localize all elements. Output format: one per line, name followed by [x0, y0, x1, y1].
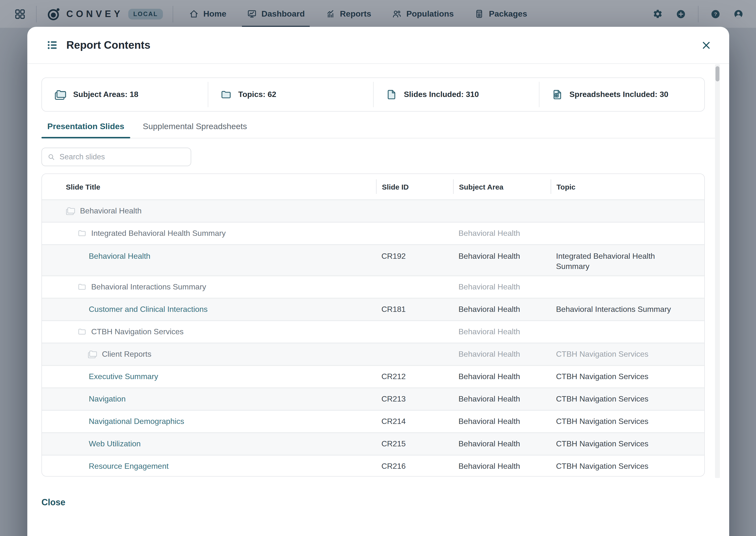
tab-label: Supplemental Spreadsheets	[143, 122, 247, 131]
report-contents-modal: Report Contents Subject Areas: 18Topics:…	[27, 27, 729, 536]
column-header-slide-id: Slide ID	[376, 179, 453, 194]
slide-title-link[interactable]: Navigation	[89, 394, 126, 404]
group-title: CTBH Navigation Services	[91, 327, 184, 337]
slide-title-link[interactable]: Navigational Demographics	[89, 417, 184, 427]
tab-label: Presentation Slides	[47, 122, 125, 131]
folder-icon	[78, 283, 87, 292]
column-header-topic: Topic	[551, 179, 705, 194]
folders-icon	[88, 350, 97, 359]
slides-table: Slide Title Slide ID Subject Area Topic …	[42, 174, 705, 477]
topic-cell: Behavioral Interactions Summary	[551, 304, 705, 315]
table-row: CTBH Navigation ServicesBehavioral Healt…	[42, 320, 704, 343]
table-row: Customer and Clinical InteractionsCR181B…	[42, 298, 704, 320]
slide-title-link[interactable]: Executive Summary	[89, 372, 158, 382]
topics-icon	[220, 89, 232, 100]
report-stat: Slides Included: 310	[373, 78, 539, 111]
spreadsheets-icon	[551, 89, 563, 100]
slide-title-link[interactable]: Customer and Clinical Interactions	[89, 304, 207, 315]
stat-text: Subject Areas: 18	[73, 90, 138, 99]
table-body: Behavioral HealthIntegrated Behavioral H…	[42, 199, 704, 477]
slide-id-cell: CR214	[376, 417, 453, 427]
list-icon	[46, 39, 58, 51]
slide-id-cell: CR216	[376, 461, 453, 471]
slide-id-cell: CR215	[376, 439, 453, 449]
subject-area-cell: Behavioral Health	[453, 394, 551, 404]
folder-icon	[78, 327, 87, 336]
slide-title-link[interactable]: Behavioral Health	[89, 251, 151, 261]
table-row: Integrated Behavioral Health SummaryBeha…	[42, 222, 704, 244]
folders-icon	[66, 206, 76, 216]
stat-text: Spreadsheets Included: 30	[569, 90, 668, 99]
table-row: Resource EngagementCR216Behavioral Healt…	[42, 454, 704, 477]
subject-area-cell: Behavioral Health	[453, 282, 551, 292]
search-input[interactable]	[59, 152, 186, 161]
modal-footer: Close	[42, 497, 65, 508]
subject-area-cell: Behavioral Health	[453, 372, 551, 382]
topic-cell: CTBH Navigation Services	[551, 394, 705, 404]
topic-cell: Integrated Behavioral Health Summary	[551, 245, 705, 271]
stat-text: Slides Included: 310	[404, 90, 479, 99]
table-row: Behavioral HealthCR192Behavioral HealthI…	[42, 244, 704, 275]
group-title: Behavioral Health	[80, 206, 142, 216]
table-row: Behavioral Interactions SummaryBehaviora…	[42, 275, 704, 298]
report-stats-bar: Subject Areas: 18Topics: 62Slides Includ…	[42, 78, 705, 112]
slide-title-link[interactable]: Web Utilization	[89, 439, 141, 449]
slide-title-link[interactable]: Resource Engagement	[89, 461, 168, 471]
group-title: Behavioral Interactions Summary	[91, 282, 206, 292]
tab-supplemental-spreadsheets[interactable]: Supplemental Spreadsheets	[137, 122, 253, 138]
report-stat: Subject Areas: 18	[42, 78, 207, 111]
modal-tabs: Presentation Slides Supplemental Spreads…	[42, 122, 715, 138]
folder-icon	[78, 229, 87, 238]
report-stat: Topics: 62	[207, 78, 373, 111]
modal-scrollbar-thumb[interactable]	[715, 66, 719, 82]
group-title: Client Reports	[102, 349, 152, 359]
tab-presentation-slides[interactable]: Presentation Slides	[42, 122, 130, 138]
subject-area-cell: Behavioral Health	[453, 417, 551, 427]
table-header: Slide Title Slide ID Subject Area Topic	[42, 174, 704, 199]
stat-text: Topics: 62	[238, 90, 276, 99]
topic-cell: CTBH Navigation Services	[551, 417, 705, 427]
slide-id-cell: CR181	[376, 304, 453, 315]
report-stat: Spreadsheets Included: 30	[539, 78, 704, 111]
slide-search	[42, 148, 191, 166]
modal-body: Subject Areas: 18Topics: 62Slides Includ…	[27, 64, 729, 477]
table-row: Executive SummaryCR212Behavioral HealthC…	[42, 365, 704, 387]
table-row: Web UtilizationCR215Behavioral HealthCTB…	[42, 432, 704, 454]
subject-areas-icon	[54, 88, 67, 101]
subject-area-cell: Behavioral Health	[453, 228, 551, 239]
table-row: Navigational DemographicsCR214Behavioral…	[42, 410, 704, 432]
slide-id-cell: CR212	[376, 372, 453, 382]
topic-cell: CTBH Navigation Services	[551, 439, 705, 449]
table-row: Behavioral Health	[42, 199, 704, 222]
column-header-subject-area: Subject Area	[453, 179, 551, 194]
slide-id-cell: CR213	[376, 394, 453, 404]
modal-header: Report Contents	[27, 27, 729, 64]
subject-area-cell: Behavioral Health	[453, 327, 551, 337]
modal-scrollbar-track	[715, 64, 720, 478]
slide-id-cell: CR192	[376, 245, 453, 261]
table-row: NavigationCR213Behavioral HealthCTBH Nav…	[42, 387, 704, 410]
slides-icon	[386, 89, 398, 100]
topic-cell: CTBH Navigation Services	[551, 461, 705, 471]
subject-area-cell: Behavioral Health	[453, 245, 551, 261]
subject-area-cell: Behavioral Health	[453, 461, 551, 471]
modal-title: Report Contents	[66, 39, 151, 51]
column-header-slide-title: Slide Title	[42, 179, 376, 194]
topic-cell: CTBH Navigation Services	[551, 349, 705, 359]
subject-area-cell: Behavioral Health	[453, 439, 551, 449]
group-title: Integrated Behavioral Health Summary	[91, 228, 226, 239]
subject-area-cell: Behavioral Health	[453, 349, 551, 359]
search-icon	[47, 153, 55, 161]
screen: CONVEY LOCAL HomeDashboardReportsPopulat…	[0, 0, 756, 536]
close-button[interactable]: Close	[42, 497, 65, 508]
table-row: Client ReportsBehavioral HealthCTBH Navi…	[42, 343, 704, 365]
subject-area-cell: Behavioral Health	[453, 304, 551, 315]
close-icon[interactable]	[701, 40, 712, 50]
topic-cell: CTBH Navigation Services	[551, 372, 705, 382]
